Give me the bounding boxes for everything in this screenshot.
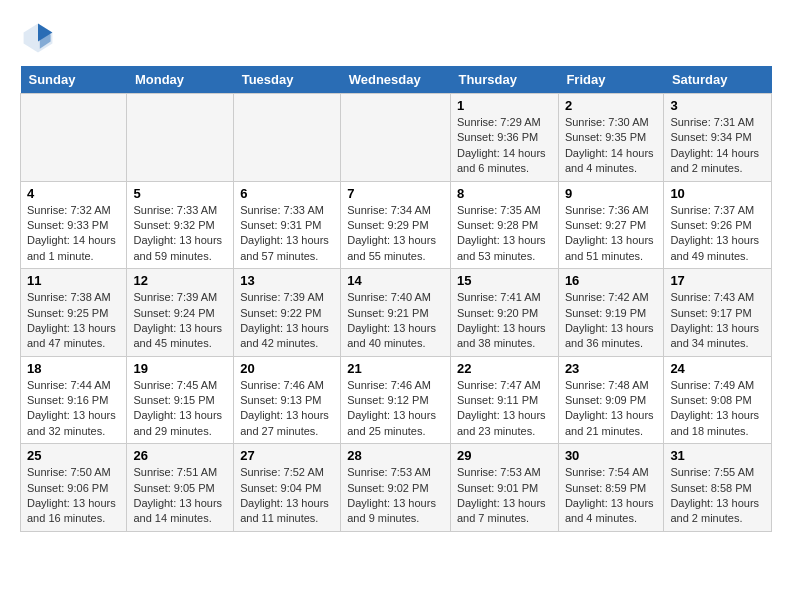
day-info: Sunrise: 7:37 AM Sunset: 9:26 PM Dayligh…	[670, 203, 765, 265]
week-row-5: 25Sunrise: 7:50 AM Sunset: 9:06 PM Dayli…	[21, 444, 772, 532]
day-info: Sunrise: 7:35 AM Sunset: 9:28 PM Dayligh…	[457, 203, 552, 265]
day-number: 13	[240, 273, 334, 288]
header-thursday: Thursday	[450, 66, 558, 94]
day-number: 18	[27, 361, 120, 376]
day-info: Sunrise: 7:31 AM Sunset: 9:34 PM Dayligh…	[670, 115, 765, 177]
day-cell	[127, 94, 234, 182]
day-cell: 9Sunrise: 7:36 AM Sunset: 9:27 PM Daylig…	[558, 181, 664, 269]
day-cell: 3Sunrise: 7:31 AM Sunset: 9:34 PM Daylig…	[664, 94, 772, 182]
week-row-2: 4Sunrise: 7:32 AM Sunset: 9:33 PM Daylig…	[21, 181, 772, 269]
day-info: Sunrise: 7:55 AM Sunset: 8:58 PM Dayligh…	[670, 465, 765, 527]
calendar-header: Sunday Monday Tuesday Wednesday Thursday…	[21, 66, 772, 94]
day-number: 25	[27, 448, 120, 463]
day-info: Sunrise: 7:38 AM Sunset: 9:25 PM Dayligh…	[27, 290, 120, 352]
day-info: Sunrise: 7:53 AM Sunset: 9:02 PM Dayligh…	[347, 465, 444, 527]
day-number: 8	[457, 186, 552, 201]
day-cell: 26Sunrise: 7:51 AM Sunset: 9:05 PM Dayli…	[127, 444, 234, 532]
day-number: 24	[670, 361, 765, 376]
page-header	[20, 20, 772, 56]
day-cell: 28Sunrise: 7:53 AM Sunset: 9:02 PM Dayli…	[341, 444, 451, 532]
day-cell: 7Sunrise: 7:34 AM Sunset: 9:29 PM Daylig…	[341, 181, 451, 269]
day-number: 30	[565, 448, 658, 463]
day-info: Sunrise: 7:49 AM Sunset: 9:08 PM Dayligh…	[670, 378, 765, 440]
day-number: 26	[133, 448, 227, 463]
day-number: 7	[347, 186, 444, 201]
day-info: Sunrise: 7:44 AM Sunset: 9:16 PM Dayligh…	[27, 378, 120, 440]
day-cell: 18Sunrise: 7:44 AM Sunset: 9:16 PM Dayli…	[21, 356, 127, 444]
day-cell: 29Sunrise: 7:53 AM Sunset: 9:01 PM Dayli…	[450, 444, 558, 532]
day-info: Sunrise: 7:54 AM Sunset: 8:59 PM Dayligh…	[565, 465, 658, 527]
day-cell: 4Sunrise: 7:32 AM Sunset: 9:33 PM Daylig…	[21, 181, 127, 269]
day-cell: 30Sunrise: 7:54 AM Sunset: 8:59 PM Dayli…	[558, 444, 664, 532]
day-number: 16	[565, 273, 658, 288]
day-number: 17	[670, 273, 765, 288]
day-number: 31	[670, 448, 765, 463]
day-cell: 8Sunrise: 7:35 AM Sunset: 9:28 PM Daylig…	[450, 181, 558, 269]
day-info: Sunrise: 7:40 AM Sunset: 9:21 PM Dayligh…	[347, 290, 444, 352]
day-number: 14	[347, 273, 444, 288]
header-saturday: Saturday	[664, 66, 772, 94]
day-number: 27	[240, 448, 334, 463]
day-info: Sunrise: 7:43 AM Sunset: 9:17 PM Dayligh…	[670, 290, 765, 352]
day-info: Sunrise: 7:39 AM Sunset: 9:24 PM Dayligh…	[133, 290, 227, 352]
day-number: 21	[347, 361, 444, 376]
day-cell: 17Sunrise: 7:43 AM Sunset: 9:17 PM Dayli…	[664, 269, 772, 357]
header-tuesday: Tuesday	[234, 66, 341, 94]
day-cell: 22Sunrise: 7:47 AM Sunset: 9:11 PM Dayli…	[450, 356, 558, 444]
day-cell: 11Sunrise: 7:38 AM Sunset: 9:25 PM Dayli…	[21, 269, 127, 357]
header-wednesday: Wednesday	[341, 66, 451, 94]
week-row-1: 1Sunrise: 7:29 AM Sunset: 9:36 PM Daylig…	[21, 94, 772, 182]
day-info: Sunrise: 7:41 AM Sunset: 9:20 PM Dayligh…	[457, 290, 552, 352]
day-cell: 27Sunrise: 7:52 AM Sunset: 9:04 PM Dayli…	[234, 444, 341, 532]
day-info: Sunrise: 7:34 AM Sunset: 9:29 PM Dayligh…	[347, 203, 444, 265]
day-cell: 24Sunrise: 7:49 AM Sunset: 9:08 PM Dayli…	[664, 356, 772, 444]
day-number: 10	[670, 186, 765, 201]
day-number: 1	[457, 98, 552, 113]
day-cell: 6Sunrise: 7:33 AM Sunset: 9:31 PM Daylig…	[234, 181, 341, 269]
day-number: 19	[133, 361, 227, 376]
calendar-body: 1Sunrise: 7:29 AM Sunset: 9:36 PM Daylig…	[21, 94, 772, 532]
day-number: 4	[27, 186, 120, 201]
header-row: Sunday Monday Tuesday Wednesday Thursday…	[21, 66, 772, 94]
logo	[20, 20, 60, 56]
day-cell: 5Sunrise: 7:33 AM Sunset: 9:32 PM Daylig…	[127, 181, 234, 269]
day-info: Sunrise: 7:50 AM Sunset: 9:06 PM Dayligh…	[27, 465, 120, 527]
day-info: Sunrise: 7:47 AM Sunset: 9:11 PM Dayligh…	[457, 378, 552, 440]
day-info: Sunrise: 7:36 AM Sunset: 9:27 PM Dayligh…	[565, 203, 658, 265]
day-number: 23	[565, 361, 658, 376]
day-info: Sunrise: 7:52 AM Sunset: 9:04 PM Dayligh…	[240, 465, 334, 527]
day-number: 28	[347, 448, 444, 463]
day-cell: 21Sunrise: 7:46 AM Sunset: 9:12 PM Dayli…	[341, 356, 451, 444]
day-number: 9	[565, 186, 658, 201]
day-cell: 1Sunrise: 7:29 AM Sunset: 9:36 PM Daylig…	[450, 94, 558, 182]
day-number: 5	[133, 186, 227, 201]
calendar-table: Sunday Monday Tuesday Wednesday Thursday…	[20, 66, 772, 532]
day-info: Sunrise: 7:53 AM Sunset: 9:01 PM Dayligh…	[457, 465, 552, 527]
header-monday: Monday	[127, 66, 234, 94]
day-info: Sunrise: 7:29 AM Sunset: 9:36 PM Dayligh…	[457, 115, 552, 177]
day-cell: 23Sunrise: 7:48 AM Sunset: 9:09 PM Dayli…	[558, 356, 664, 444]
day-cell: 16Sunrise: 7:42 AM Sunset: 9:19 PM Dayli…	[558, 269, 664, 357]
logo-icon	[20, 20, 56, 56]
day-number: 15	[457, 273, 552, 288]
day-info: Sunrise: 7:46 AM Sunset: 9:12 PM Dayligh…	[347, 378, 444, 440]
header-sunday: Sunday	[21, 66, 127, 94]
day-number: 29	[457, 448, 552, 463]
week-row-3: 11Sunrise: 7:38 AM Sunset: 9:25 PM Dayli…	[21, 269, 772, 357]
day-info: Sunrise: 7:39 AM Sunset: 9:22 PM Dayligh…	[240, 290, 334, 352]
day-info: Sunrise: 7:32 AM Sunset: 9:33 PM Dayligh…	[27, 203, 120, 265]
day-cell: 14Sunrise: 7:40 AM Sunset: 9:21 PM Dayli…	[341, 269, 451, 357]
day-number: 3	[670, 98, 765, 113]
day-cell: 15Sunrise: 7:41 AM Sunset: 9:20 PM Dayli…	[450, 269, 558, 357]
day-number: 6	[240, 186, 334, 201]
day-number: 11	[27, 273, 120, 288]
header-friday: Friday	[558, 66, 664, 94]
day-cell: 12Sunrise: 7:39 AM Sunset: 9:24 PM Dayli…	[127, 269, 234, 357]
day-cell: 10Sunrise: 7:37 AM Sunset: 9:26 PM Dayli…	[664, 181, 772, 269]
day-cell: 20Sunrise: 7:46 AM Sunset: 9:13 PM Dayli…	[234, 356, 341, 444]
week-row-4: 18Sunrise: 7:44 AM Sunset: 9:16 PM Dayli…	[21, 356, 772, 444]
day-info: Sunrise: 7:45 AM Sunset: 9:15 PM Dayligh…	[133, 378, 227, 440]
day-cell: 2Sunrise: 7:30 AM Sunset: 9:35 PM Daylig…	[558, 94, 664, 182]
day-info: Sunrise: 7:51 AM Sunset: 9:05 PM Dayligh…	[133, 465, 227, 527]
day-cell	[234, 94, 341, 182]
